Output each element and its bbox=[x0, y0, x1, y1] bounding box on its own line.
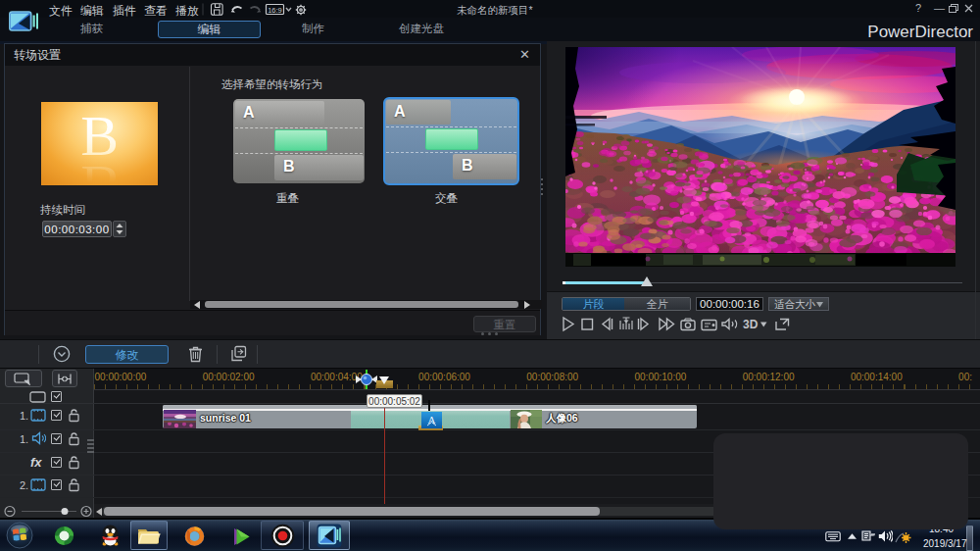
svg-text:3D: 3D bbox=[743, 318, 759, 331]
svg-text:16:9: 16:9 bbox=[268, 6, 282, 15]
